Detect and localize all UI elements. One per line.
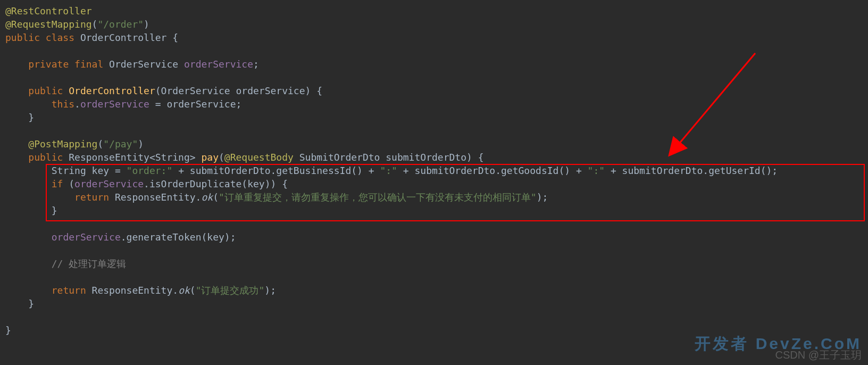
annotation: @RequestBody	[224, 152, 299, 163]
indent	[5, 231, 52, 243]
semicolon: ;	[253, 59, 259, 70]
field: orderService	[52, 231, 121, 243]
paren: (	[219, 152, 224, 163]
string-literal: "/pay"	[103, 138, 138, 150]
comment: // 处理订单逻辑	[5, 258, 126, 269]
code: ResponseEntity.	[92, 285, 179, 296]
paren: )	[144, 19, 149, 30]
code: .isOrderDuplicate(key)) {	[144, 178, 288, 189]
indent	[5, 285, 52, 296]
indent	[5, 85, 28, 96]
paren: (	[97, 138, 103, 150]
keyword: class	[46, 32, 80, 43]
method-name: pay	[201, 152, 219, 163]
indent	[5, 138, 28, 150]
string-literal: "订单提交成功"	[196, 285, 265, 296]
keyword-this: this	[52, 98, 74, 110]
brace-close: }	[5, 205, 57, 216]
paren: (	[92, 19, 98, 30]
indent	[5, 98, 52, 110]
static-call: ok	[178, 285, 190, 296]
indent	[5, 165, 52, 176]
indent	[5, 59, 28, 70]
paren: ) {	[466, 152, 484, 163]
annotation: @RequestMapping	[5, 19, 92, 30]
code: String key =	[52, 165, 127, 176]
annotation: @PostMapping	[28, 138, 97, 150]
keyword-if: if	[52, 178, 69, 189]
watermark-csdn: CSDN @王子玉玥	[775, 349, 862, 362]
keyword-return: return	[52, 285, 92, 296]
field: orderService	[74, 178, 144, 189]
assign: = orderService;	[149, 98, 241, 110]
return-type: ResponseEntity<String>	[69, 152, 201, 163]
brace-close: }	[5, 298, 34, 309]
code: + submitOrderDto.getUserId();	[605, 165, 778, 176]
annotation: @RestController	[5, 5, 92, 16]
type: OrderService	[109, 59, 184, 70]
params: (OrderService orderService) {	[155, 85, 322, 96]
field: orderService	[184, 59, 253, 70]
param: SubmitOrderDto submitOrderDto	[299, 152, 466, 163]
code: .generateToken(key);	[121, 231, 236, 243]
class-name: OrderController	[80, 32, 167, 43]
constructor: OrderController	[69, 85, 155, 96]
brace: {	[166, 32, 178, 43]
paren: );	[537, 192, 548, 203]
string-literal: ":"	[380, 165, 397, 176]
code: + submitOrderDto.getBusinessId() +	[172, 165, 380, 176]
code-block: @RestController @RequestMapping("/order"…	[0, 0, 868, 341]
paren: (	[190, 285, 196, 296]
paren: (	[69, 178, 74, 189]
string-literal: ":"	[588, 165, 605, 176]
string-literal: "/order"	[97, 19, 144, 30]
dot: .	[74, 98, 80, 110]
keyword: public	[28, 85, 69, 96]
keyword: public	[28, 152, 69, 163]
keyword: private final	[28, 59, 109, 70]
indent	[5, 152, 28, 163]
keyword-return: return	[74, 192, 115, 203]
brace-close: }	[5, 112, 34, 123]
paren: (	[213, 192, 219, 203]
paren: );	[264, 285, 276, 296]
keyword: public	[5, 32, 46, 43]
code: + submitOrderDto.getGoodsId() +	[397, 165, 588, 176]
string-literal: "订单重复提交，请勿重复操作，您可以确认一下有没有未支付的相同订单"	[219, 192, 537, 203]
field: orderService	[80, 98, 149, 110]
brace-close: }	[5, 325, 11, 336]
indent	[5, 192, 74, 203]
indent	[5, 178, 52, 189]
code: ResponseEntity.	[115, 192, 202, 203]
string-literal: "order:"	[127, 165, 173, 176]
static-call: ok	[201, 192, 213, 203]
paren: )	[138, 138, 144, 150]
